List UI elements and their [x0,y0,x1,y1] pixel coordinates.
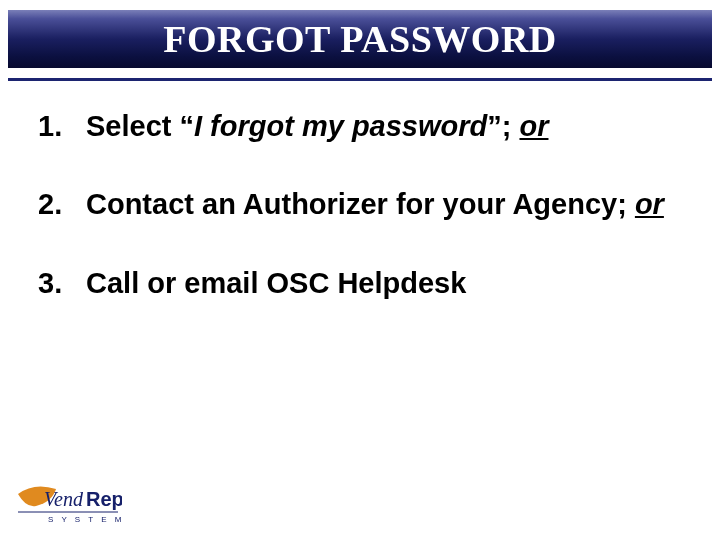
list-number: 1. [38,108,62,144]
item-text-prefix: Contact an Authorizer for your Agency; [86,188,635,220]
item-text-suffix: ”; [487,110,519,142]
item-text-prefix: Call or email OSC Helpdesk [86,267,466,299]
list-number: 3. [38,265,62,301]
vendrep-logo: Vend Rep S Y S T E M [12,480,122,528]
logo-svg: Vend Rep S Y S T E M [12,480,122,528]
logo-subtext: S Y S T E M [48,515,122,524]
logo-text-italic: Vend [44,488,84,510]
content: 1. Select “I forgot my password”; or 2. … [38,108,682,343]
title-bar: FORGOT PASSWORD [8,10,712,68]
item-or: or [519,110,548,142]
slide: FORGOT PASSWORD 1. Select “I forgot my p… [0,0,720,540]
page-title: FORGOT PASSWORD [163,18,557,60]
item-or: or [635,188,664,220]
list-item: 3. Call or email OSC Helpdesk [38,265,682,301]
divider [8,78,712,81]
list-item: 2. Contact an Authorizer for your Agency… [38,186,682,222]
list-number: 2. [38,186,62,222]
item-text-prefix: Select “ [86,110,194,142]
logo-text-plain: Rep [86,488,122,510]
list-item: 1. Select “I forgot my password”; or [38,108,682,144]
item-text-italic: I forgot my password [194,110,487,142]
